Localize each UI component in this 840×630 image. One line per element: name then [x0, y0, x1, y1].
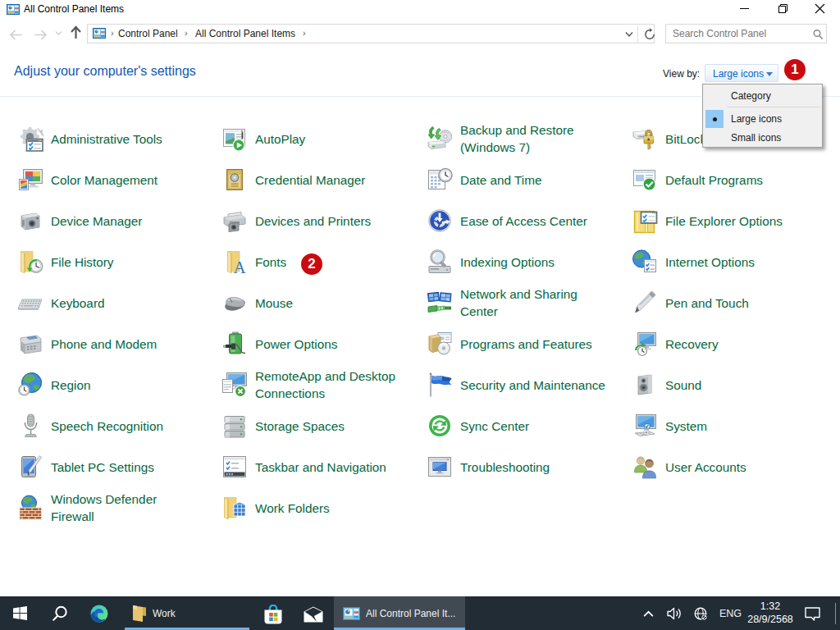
- svg-text:A: A: [233, 258, 246, 275]
